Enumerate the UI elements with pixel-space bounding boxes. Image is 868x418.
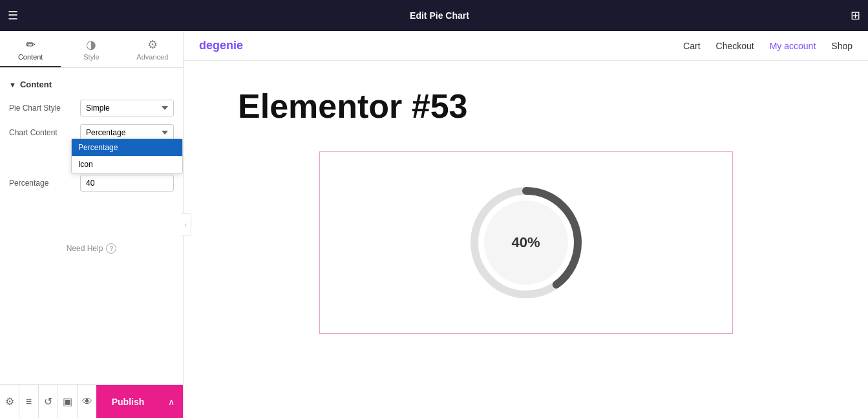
sidebar: ✏ Content ◑ Style ⚙ Advanced ▼ Content P… xyxy=(0,31,184,418)
page-title-bar: Edit Pie Chart xyxy=(28,10,851,21)
pie-chart-style-control: Simple Donut Half xyxy=(80,100,174,116)
elementor-page-title: Elementor #53 xyxy=(199,87,468,126)
site-nav: Cart Checkout My account Shop xyxy=(683,41,852,51)
publish-button[interactable]: Publish xyxy=(96,385,160,418)
nav-my-account[interactable]: My account xyxy=(770,41,816,51)
pie-chart-style-select[interactable]: Simple Donut Half xyxy=(80,100,174,116)
need-help-label: Need Help xyxy=(67,244,103,253)
nav-cart[interactable]: Cart xyxy=(683,41,700,51)
advanced-tab-icon: ⚙ xyxy=(147,38,158,52)
site-logo: degenie xyxy=(199,39,683,52)
help-icon[interactable]: ? xyxy=(106,243,116,254)
section-arrow: ▼ xyxy=(9,81,16,89)
settings-button[interactable]: ⚙ xyxy=(0,385,19,418)
style-tab-label: Style xyxy=(83,53,99,61)
section-label: Content xyxy=(20,80,52,89)
sidebar-bottom: ⚙ ≡ ↺ ▣ 👁 Publish ∧ xyxy=(0,384,183,418)
tab-content[interactable]: ✏ Content xyxy=(0,31,61,67)
sidebar-collapse-handle[interactable]: ‹ xyxy=(181,213,191,236)
need-help: Need Help ? xyxy=(0,234,183,263)
content-tab-label: Content xyxy=(18,53,43,61)
dropdown-option-percentage[interactable]: Percentage xyxy=(72,139,182,156)
content-tab-icon: ✏ xyxy=(26,38,36,52)
pie-chart-style-row: Pie Chart Style Simple Donut Half xyxy=(0,96,183,120)
percentage-row: Percentage xyxy=(0,171,183,195)
history-button[interactable]: ↺ xyxy=(39,385,58,418)
site-header: degenie Cart Checkout My account Shop xyxy=(184,31,868,61)
top-bar: ☰ Edit Pie Chart ⊞ xyxy=(0,0,868,31)
tab-advanced[interactable]: ⚙ Advanced xyxy=(122,31,183,67)
pie-chart-center: 40% xyxy=(484,201,568,285)
menu-icon[interactable]: ☰ xyxy=(8,8,18,23)
nav-shop[interactable]: Shop xyxy=(831,41,852,51)
grid-icon[interactable]: ⊞ xyxy=(851,8,860,23)
sidebar-content: ▼ Content Pie Chart Style Simple Donut H… xyxy=(0,68,183,384)
style-tab-icon: ◑ xyxy=(86,38,96,52)
dropdown-option-icon[interactable]: Icon xyxy=(72,156,182,173)
sidebar-tabs: ✏ Content ◑ Style ⚙ Advanced xyxy=(0,31,183,68)
preview-canvas: Elementor #53 40% xyxy=(184,61,868,418)
pie-chart-percentage-label: 40% xyxy=(511,234,540,251)
percentage-input[interactable] xyxy=(80,175,174,192)
nav-checkout[interactable]: Checkout xyxy=(716,41,754,51)
advanced-tab-label: Advanced xyxy=(136,53,168,61)
content-area: degenie Cart Checkout My account Shop El… xyxy=(184,31,868,418)
responsive-button[interactable]: ▣ xyxy=(58,385,78,418)
layers-button[interactable]: ≡ xyxy=(19,385,39,418)
pie-chart-wrapper: 40% xyxy=(461,178,591,307)
content-section-header: ▼ Content xyxy=(0,76,183,96)
main-layout: ✏ Content ◑ Style ⚙ Advanced ▼ Content P… xyxy=(0,31,868,418)
pie-chart-widget[interactable]: 40% xyxy=(319,151,733,334)
chart-content-dropdown-menu: Percentage Icon xyxy=(71,138,183,173)
publish-chevron-button[interactable]: ∧ xyxy=(160,385,183,418)
percentage-label: Percentage xyxy=(9,179,80,188)
chart-content-row: Chart Content Percentage Icon Percentage… xyxy=(0,120,183,145)
pie-chart-style-label: Pie Chart Style xyxy=(9,104,80,113)
tab-style[interactable]: ◑ Style xyxy=(61,31,122,67)
preview-button[interactable]: 👁 xyxy=(78,385,96,418)
percentage-control xyxy=(80,175,174,192)
chart-content-label: Chart Content xyxy=(9,128,80,137)
